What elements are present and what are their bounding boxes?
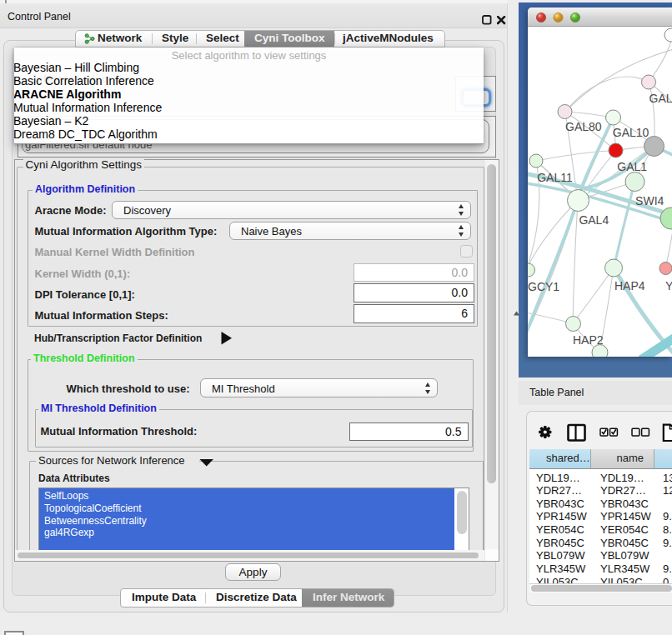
svg-text:GAL1: GAL1	[617, 160, 647, 173]
svg-text:GAL4: GAL4	[579, 213, 609, 227]
svg-text:HAP2: HAP2	[573, 333, 604, 347]
svg-text:GAL: GAL	[649, 92, 672, 105]
svg-text:GAL10: GAL10	[613, 126, 649, 139]
svg-text:GAL11: GAL11	[537, 171, 573, 184]
svg-text:Y: Y	[665, 279, 672, 292]
svg-text:SWI4: SWI4	[635, 194, 664, 208]
svg-text:GAL80: GAL80	[565, 120, 602, 133]
svg-text:GCY1: GCY1	[528, 280, 559, 293]
svg-text:HAP4: HAP4	[614, 279, 645, 292]
